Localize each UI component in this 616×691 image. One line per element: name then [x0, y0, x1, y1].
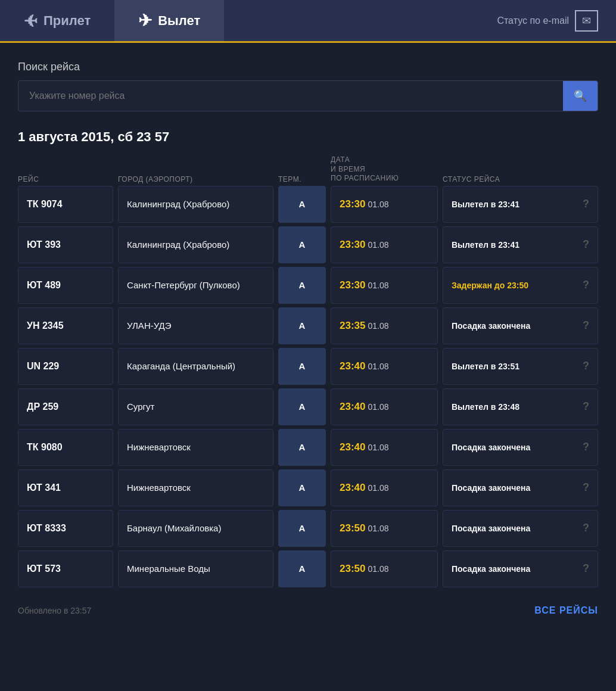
flight-city: УЛАН-УДЭ: [118, 307, 273, 344]
col-header-terminal: ТЕРМ.: [278, 175, 326, 183]
date-title: 1 августа 2015, сб 23 57: [18, 129, 598, 145]
flight-number: ТК 9080: [18, 429, 113, 466]
search-input[interactable]: [18, 82, 563, 110]
flight-date-value: 01.08: [368, 443, 388, 452]
flight-date-value: 01.08: [368, 362, 388, 371]
flight-date-value: 01.08: [368, 483, 388, 493]
flight-time: 23:50 01.08: [331, 550, 438, 587]
flight-time-value: 23:30: [340, 239, 365, 251]
email-icon: ✉: [575, 10, 598, 32]
flight-status[interactable]: Посадка закончена ?: [443, 550, 598, 587]
tabs-bar: ✈ Прилет ✈ Вылет Статус по e-mail ✉: [0, 0, 616, 43]
flight-city: Барнаул (Михайловка): [118, 510, 273, 547]
flight-status[interactable]: Вылетел в 23:41 ?: [443, 186, 598, 223]
flight-status-text: Посадка закончена: [452, 443, 578, 452]
all-flights-button[interactable]: ВСЕ РЕЙСЫ: [534, 605, 598, 616]
flight-number: ТК 9074: [18, 186, 113, 223]
help-icon[interactable]: ?: [583, 481, 589, 494]
search-label: Поиск рейса: [18, 61, 598, 73]
flight-number: ЮТ 8333: [18, 510, 113, 547]
table-row[interactable]: ЮТ 8333 Барнаул (Михайловка) A 23:50 01.…: [18, 510, 598, 547]
flight-status-text: Вылетел в 23:41: [452, 200, 578, 209]
flight-time: 23:40 01.08: [331, 469, 438, 506]
table-row[interactable]: ЮТ 341 Нижневартовск A 23:40 01.08 Посад…: [18, 469, 598, 506]
search-row: 🔍: [18, 80, 598, 111]
table-header: РЕЙС ГОРОД (АЭРОПОРТ) ТЕРМ. ДАТА И ВРЕМЯ…: [0, 153, 616, 186]
help-icon[interactable]: ?: [583, 562, 589, 575]
flight-status-text: Вылетел в 23:48: [452, 402, 578, 412]
table-row[interactable]: UN 229 Караганда (Центральный) A 23:40 0…: [18, 348, 598, 385]
date-section: 1 августа 2015, сб 23 57: [0, 123, 616, 145]
flight-status-text: Задержан до 23:50: [452, 281, 578, 290]
flight-number: ЮТ 573: [18, 550, 113, 587]
flight-status-text: Вылетел в 23:41: [452, 240, 578, 250]
help-icon[interactable]: ?: [583, 279, 589, 291]
tab-departure[interactable]: ✈ Вылет: [114, 0, 224, 41]
flight-terminal: A: [278, 469, 326, 506]
flight-status[interactable]: Вылетел в 23:41 ?: [443, 226, 598, 263]
footer: Обновлено в 23:57 ВСЕ РЕЙСЫ: [0, 593, 616, 628]
flight-status[interactable]: Задержан до 23:50 ?: [443, 267, 598, 304]
flight-time-value: 23:40: [340, 482, 365, 494]
flights-table: ТК 9074 Калининград (Храброво) A 23:30 0…: [0, 186, 616, 587]
flight-time: 23:40 01.08: [331, 429, 438, 466]
table-row[interactable]: ДР 259 Сургут A 23:40 01.08 Вылетел в 23…: [18, 388, 598, 425]
help-icon[interactable]: ?: [583, 238, 589, 251]
flight-status[interactable]: Вылетел в 23:48 ?: [443, 388, 598, 425]
table-row[interactable]: ЮТ 393 Калининград (Храброво) A 23:30 01…: [18, 226, 598, 263]
help-icon[interactable]: ?: [583, 522, 589, 534]
email-status-label: Статус по e-mail: [497, 15, 569, 26]
flight-number: УН 2345: [18, 307, 113, 344]
flight-time: 23:30 01.08: [331, 267, 438, 304]
flight-city: Нижневартовск: [118, 429, 273, 466]
flight-date-value: 01.08: [368, 281, 388, 290]
flight-date-value: 01.08: [368, 321, 388, 331]
flight-status[interactable]: Посадка закончена ?: [443, 429, 598, 466]
help-icon[interactable]: ?: [583, 441, 589, 453]
flight-city: Сургут: [118, 388, 273, 425]
col-header-city: ГОРОД (АЭРОПОРТ): [118, 175, 273, 183]
col-header-flight: РЕЙС: [18, 175, 113, 183]
tab-arrival[interactable]: ✈ Прилет: [0, 0, 114, 41]
flight-terminal: A: [278, 510, 326, 547]
flight-status-text: Посадка закончена: [452, 483, 578, 493]
help-icon[interactable]: ?: [583, 319, 589, 332]
flight-status-text: Посадка закончена: [452, 564, 578, 574]
flight-terminal: A: [278, 186, 326, 223]
flight-time-value: 23:40: [340, 360, 365, 372]
flight-terminal: A: [278, 348, 326, 385]
flight-terminal: A: [278, 550, 326, 587]
email-status-button[interactable]: Статус по e-mail ✉: [497, 0, 616, 41]
flight-time: 23:30 01.08: [331, 226, 438, 263]
flight-city: Нижневартовск: [118, 469, 273, 506]
table-row[interactable]: ЮТ 489 Санкт-Петербург (Пулково) A 23:30…: [18, 267, 598, 304]
table-row[interactable]: ТК 9080 Нижневартовск A 23:40 01.08 Поса…: [18, 429, 598, 466]
search-button[interactable]: 🔍: [563, 81, 598, 111]
help-icon[interactable]: ?: [583, 400, 589, 413]
flight-time-value: 23:40: [340, 441, 365, 453]
flight-city: Караганда (Центральный): [118, 348, 273, 385]
flight-city: Калининград (Храброво): [118, 186, 273, 223]
table-row[interactable]: ТК 9074 Калининград (Храброво) A 23:30 0…: [18, 186, 598, 223]
col-header-status: СТАТУС РЕЙСА: [443, 175, 598, 183]
tab-arrival-label: Прилет: [43, 13, 91, 29]
table-row[interactable]: УН 2345 УЛАН-УДЭ A 23:35 01.08 Посадка з…: [18, 307, 598, 344]
flight-status[interactable]: Посадка закончена ?: [443, 469, 598, 506]
flight-terminal: A: [278, 307, 326, 344]
flight-terminal: A: [278, 226, 326, 263]
flight-date-value: 01.08: [368, 564, 388, 574]
help-icon[interactable]: ?: [583, 198, 589, 210]
help-icon[interactable]: ?: [583, 360, 589, 372]
flight-number: ЮТ 341: [18, 469, 113, 506]
col-header-datetime-line3: по расписанию: [331, 174, 438, 183]
flight-status[interactable]: Посадка закончена ?: [443, 307, 598, 344]
flight-time-value: 23:40: [340, 401, 365, 413]
flight-status-text: Посадка закончена: [452, 524, 578, 533]
flight-date-value: 01.08: [368, 524, 388, 533]
flight-status[interactable]: Вылетел в 23:51 ?: [443, 348, 598, 385]
flight-city: Санкт-Петербург (Пулково): [118, 267, 273, 304]
flight-terminal: A: [278, 388, 326, 425]
flight-status[interactable]: Посадка закончена ?: [443, 510, 598, 547]
col-header-datetime-line2: И ВРЕМЯ: [331, 165, 438, 175]
table-row[interactable]: ЮТ 573 Минеральные Воды A 23:50 01.08 По…: [18, 550, 598, 587]
